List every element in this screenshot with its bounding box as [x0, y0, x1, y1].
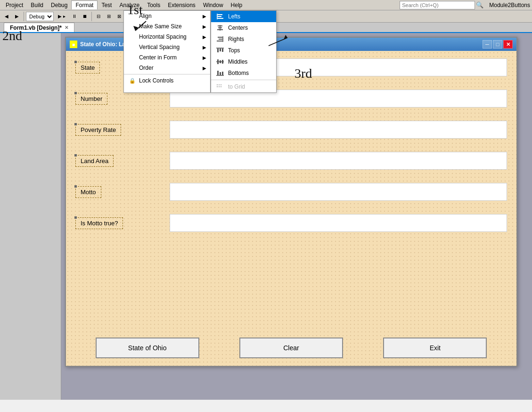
label-box-poverty-rate[interactable]: Poverty Rate [75, 124, 121, 136]
menu-make-same-size-label: Make Same Size [139, 23, 199, 30]
menu-debug[interactable]: Debug [47, 1, 71, 9]
submenu-centers[interactable]: Centers [211, 22, 276, 33]
module-label: Module2Buttons [489, 2, 530, 8]
svg-rect-6 [218, 16, 221, 17]
form-close-btn[interactable]: ✕ [503, 40, 513, 49]
menu-align[interactable]: Align ▶ [124, 11, 210, 21]
menu-help[interactable]: Help [227, 1, 246, 9]
toolbar-align-center[interactable]: ⊞ [104, 12, 114, 21]
label-dot-state [74, 61, 77, 63]
menu-separator [124, 74, 210, 74]
svg-rect-13 [218, 37, 222, 38]
tab-close[interactable]: ✕ [65, 25, 68, 30]
menu-center-in-form[interactable]: Center in Form ▶ [124, 52, 210, 63]
label-box-number[interactable]: Number [75, 93, 107, 105]
label-box-state[interactable]: State [75, 62, 100, 74]
form-maximize-btn[interactable]: □ [493, 40, 502, 49]
label-box-motto[interactable]: Motto [75, 186, 101, 198]
menu-analyze[interactable]: Analyze [115, 1, 143, 9]
svg-rect-12 [222, 36, 223, 42]
svg-rect-14 [219, 39, 222, 40]
field-row-is-motto-true: Is Motto true? [75, 214, 507, 232]
submenu-rights[interactable]: Rights [211, 33, 276, 45]
submenu-lefts[interactable]: Lefts [211, 11, 276, 22]
menu-order-label: Order [139, 65, 199, 71]
svg-rect-9 [218, 25, 222, 26]
svg-rect-30 [221, 84, 221, 85]
menu-horiz-spacing-label: Horizontal Spacing [139, 33, 199, 40]
horiz-spacing-arrow: ▶ [203, 34, 206, 40]
sidebar [0, 33, 61, 400]
svg-rect-25 [217, 71, 219, 75]
label-box-land-area[interactable]: Land Area [75, 155, 114, 167]
label-dot-poverty-rate [74, 123, 77, 125]
menu-project[interactable]: Project [2, 1, 27, 9]
submenu-separator [211, 80, 276, 80]
label-text-poverty-rate: Poverty Rate [81, 126, 116, 133]
menu-build[interactable]: Build [27, 1, 47, 9]
toolbar-pause[interactable]: ⏸ [70, 12, 79, 21]
menu-tools[interactable]: Tools [143, 1, 164, 9]
clear-button[interactable]: Clear [239, 338, 343, 358]
menu-window[interactable]: Window [199, 1, 227, 9]
form-minimize-btn[interactable]: ─ [483, 40, 492, 49]
order-arrow: ▶ [203, 66, 206, 71]
submenu-lefts-label: Lefts [228, 13, 240, 20]
menu-test[interactable]: Test [98, 1, 115, 9]
submenu-middles[interactable]: Middles [211, 56, 276, 67]
menu-order[interactable]: Order ▶ [124, 63, 210, 73]
svg-rect-23 [222, 60, 223, 64]
menubar: Project Build Debug Format Test Analyze … [0, 0, 532, 10]
svg-rect-28 [217, 84, 218, 85]
toolbar-debug-select[interactable]: Debug [26, 12, 54, 21]
form-body: State Number [66, 51, 516, 366]
submenu-tops[interactable]: Tops [211, 45, 276, 56]
menu-lock-controls-label: Lock Controls [139, 77, 206, 84]
input-land-area[interactable] [170, 152, 507, 170]
label-text-state: State [81, 64, 95, 71]
dropdown-menu: Align ▶ Make Same Size ▶ Horizontal Spac… [123, 10, 277, 93]
menu-make-same-size[interactable]: Make Same Size ▶ [124, 21, 210, 32]
svg-rect-21 [217, 59, 219, 64]
submenu-bottoms[interactable]: Bottoms [211, 67, 276, 79]
toolbar-stop[interactable]: ⏹ [80, 12, 90, 21]
svg-rect-10 [218, 27, 222, 28]
toolbar-align-left[interactable]: ⊟ [94, 12, 103, 21]
search-input[interactable] [400, 1, 475, 9]
search-box: 🔍 Module2Buttons [400, 1, 530, 9]
svg-rect-5 [218, 14, 222, 15]
label-text-land-area: Land Area [81, 157, 108, 165]
input-motto[interactable] [170, 183, 507, 201]
submenu-centers-label: Centers [228, 25, 248, 31]
toolbar-play[interactable]: ▶ ▸ [55, 12, 69, 21]
menu-lock-controls[interactable]: 🔒 Lock Controls [124, 75, 210, 86]
form-titlebar-icon: ■ [70, 41, 77, 48]
field-label-is-motto-true: Is Motto true? [75, 217, 170, 229]
menu-format[interactable]: Format [71, 0, 98, 9]
svg-rect-17 [217, 49, 219, 52]
toolbar-align-right[interactable]: ⊠ [115, 12, 124, 21]
to-grid-icon [215, 83, 225, 91]
menu-align-label: Align [139, 13, 199, 19]
svg-rect-15 [217, 41, 222, 41]
align-arrow: ▶ [203, 14, 206, 19]
exit-button[interactable]: Exit [383, 338, 487, 358]
search-icon: 🔍 [476, 1, 483, 8]
toolbar-back[interactable]: ◀ [2, 12, 11, 21]
tab-form1-design[interactable]: Form1.vb [Design]* ✕ [4, 23, 74, 32]
menu-extensions[interactable]: Extensions [164, 1, 199, 9]
input-poverty-rate[interactable] [170, 121, 507, 139]
svg-rect-19 [222, 49, 223, 52]
label-box-is-motto-true[interactable]: Is Motto true? [75, 217, 123, 229]
svg-rect-31 [217, 86, 218, 87]
menu-vertical-spacing[interactable]: Vertical Spacing ▶ [124, 42, 210, 52]
toolbar-forward[interactable]: ▶ [12, 12, 22, 21]
tops-icon [215, 47, 225, 54]
lock-icon: 🔒 [128, 78, 137, 84]
submenu-middles-label: Middles [228, 58, 247, 65]
state-of-ohio-button[interactable]: State of Ohio [96, 338, 199, 358]
svg-rect-33 [221, 86, 221, 87]
make-same-size-arrow: ▶ [203, 24, 206, 29]
input-is-motto-true[interactable] [170, 214, 507, 232]
menu-horizontal-spacing[interactable]: Horizontal Spacing ▶ [124, 32, 210, 42]
